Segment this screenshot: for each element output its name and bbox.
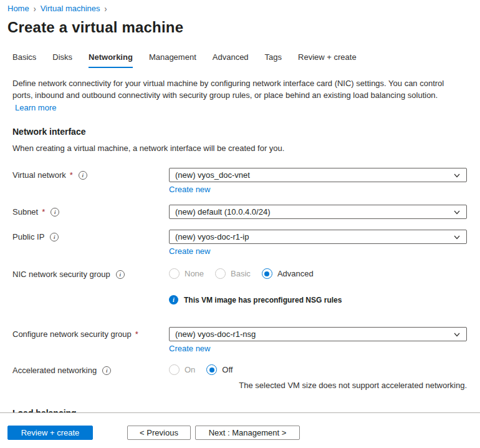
tab-tags[interactable]: Tags [265, 52, 282, 68]
radio-accel-on-label: On [185, 365, 195, 374]
radio-circle-icon [169, 364, 180, 375]
virtual-network-label: Virtual network* i [12, 168, 169, 180]
radio-accel-off[interactable]: Off [206, 364, 233, 375]
previous-button[interactable]: < Previous [127, 426, 191, 440]
section-heading-load-balancing: Load balancing [12, 408, 77, 412]
chevron-down-icon [453, 172, 461, 179]
virtual-network-dropdown[interactable]: (new) vyos_doc-vnet [169, 168, 467, 182]
tab-management[interactable]: Management [149, 52, 196, 68]
subnet-dropdown[interactable]: (new) default (10.0.4.0/24) [169, 205, 467, 219]
info-icon[interactable]: i [116, 270, 125, 279]
required-asterisk: * [70, 170, 73, 180]
virtual-network-value: (new) vyos_doc-vnet [175, 170, 250, 180]
field-row-nic-nsg: NIC network security group i None Basic … [12, 267, 467, 279]
review-create-button[interactable]: Review + create [7, 426, 93, 440]
field-row-subnet: Subnet* i (new) default (10.0.4.0/24) [12, 205, 467, 219]
radio-nsg-basic-label: Basic [231, 269, 251, 278]
public-ip-label-text: Public IP [12, 232, 44, 241]
next-management-button[interactable]: Next : Management > [195, 426, 300, 440]
required-asterisk: * [135, 329, 138, 339]
breadcrumb-virtual-machines[interactable]: Virtual machines [41, 4, 100, 13]
public-ip-label: Public IP i [12, 230, 169, 241]
section-description: When creating a virtual machine, a netwo… [12, 144, 284, 153]
virtual-network-create-new-link[interactable]: Create new [169, 185, 210, 194]
breadcrumb: Home › Virtual machines › [7, 4, 107, 13]
virtual-network-label-text: Virtual network [12, 170, 66, 180]
page-title: Create a virtual machine [7, 19, 183, 36]
accelerated-networking-label: Accelerated networking i [12, 363, 169, 375]
subnet-value: (new) default (10.0.4.0/24) [175, 207, 270, 217]
nsg-info-note: i This VM image has preconfigured NSG ru… [169, 295, 342, 304]
field-row-accelerated-networking: Accelerated networking i On Off [12, 363, 467, 375]
configure-nsg-create-new-link[interactable]: Create new [169, 344, 210, 353]
radio-nsg-basic: Basic [215, 268, 251, 279]
section-heading-network-interface: Network interface [12, 127, 85, 137]
radio-nsg-none: None [169, 268, 204, 279]
field-row-configure-nsg: Configure network security group* (new) … [12, 327, 467, 341]
subnet-label: Subnet* i [12, 205, 169, 217]
radio-nsg-none-label: None [185, 269, 204, 278]
tab-description-text: Define network connectivity for your vir… [12, 79, 444, 100]
accelerated-networking-radio-group: On Off [169, 363, 467, 375]
configure-nsg-value: (new) vyos-doc-r1-nsg [175, 329, 256, 339]
nic-nsg-label: NIC network security group i [12, 267, 169, 279]
tab-description: Define network connectivity for your vir… [12, 77, 459, 114]
nic-nsg-radio-group: None Basic Advanced [169, 267, 467, 279]
radio-nsg-advanced[interactable]: Advanced [262, 268, 314, 279]
public-ip-value: (new) vyos-doc-r1-ip [175, 232, 249, 241]
info-icon[interactable]: i [102, 366, 111, 375]
configure-nsg-dropdown[interactable]: (new) vyos-doc-r1-nsg [169, 327, 467, 341]
breadcrumb-home[interactable]: Home [7, 4, 29, 13]
tab-review-create[interactable]: Review + create [298, 52, 357, 68]
chevron-right-icon: › [34, 3, 36, 14]
radio-selected-icon [262, 268, 272, 279]
radio-nsg-advanced-label: Advanced [277, 269, 314, 278]
public-ip-create-new-link[interactable]: Create new [169, 246, 210, 256]
field-row-public-ip: Public IP i (new) vyos-doc-r1-ip [12, 230, 467, 244]
create-vm-page: Home › Virtual machines › Create a virtu… [0, 0, 480, 448]
radio-circle-icon [215, 268, 226, 279]
radio-accel-off-label: Off [222, 365, 233, 374]
footer-bar: Review + create < Previous Next : Manage… [0, 413, 480, 448]
nsg-info-note-text: This VM image has preconfigured NSG rule… [184, 296, 342, 304]
info-icon[interactable]: i [50, 208, 59, 217]
tab-networking[interactable]: Networking [89, 52, 133, 68]
public-ip-dropdown[interactable]: (new) vyos-doc-r1-ip [169, 230, 467, 244]
subnet-label-text: Subnet [12, 207, 38, 217]
radio-circle-icon [169, 268, 180, 279]
accelerated-networking-label-text: Accelerated networking [12, 366, 97, 375]
configure-nsg-label: Configure network security group* [12, 327, 169, 339]
nic-nsg-label-text: NIC network security group [12, 270, 110, 279]
radio-selected-icon [206, 364, 217, 375]
required-asterisk: * [42, 207, 45, 217]
accelerated-networking-note: The selected VM size does not support ac… [169, 381, 467, 390]
configure-nsg-label-text: Configure network security group [12, 329, 132, 339]
tab-disks[interactable]: Disks [52, 52, 72, 68]
radio-accel-on: On [169, 364, 195, 375]
info-icon[interactable]: i [50, 233, 59, 241]
tab-bar: Basics Disks Networking Management Advan… [12, 52, 357, 68]
info-icon[interactable]: i [79, 171, 87, 180]
chevron-right-icon: › [105, 3, 107, 14]
tab-basics[interactable]: Basics [12, 52, 36, 68]
chevron-down-icon [453, 208, 461, 216]
field-row-virtual-network: Virtual network* i (new) vyos_doc-vnet [12, 168, 467, 182]
learn-more-link[interactable]: Learn more [15, 102, 56, 114]
chevron-down-icon [453, 233, 461, 241]
chevron-down-icon [453, 331, 461, 338]
tab-advanced[interactable]: Advanced [213, 52, 249, 68]
info-filled-icon: i [169, 295, 178, 304]
